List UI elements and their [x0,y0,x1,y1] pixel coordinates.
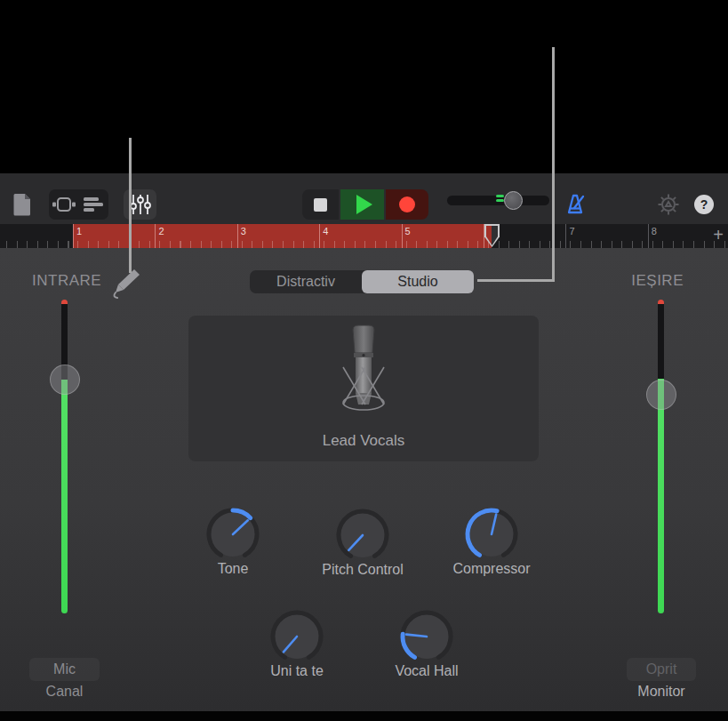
pitch-control-knob-label: Pitch Control [292,562,434,578]
metronome-button[interactable] [560,189,590,220]
tracks-view-icon [83,196,104,212]
add-bars-button[interactable]: + [713,225,724,245]
monitor-label: Monitor [618,684,705,700]
meter-level [61,380,68,613]
transport-controls [302,189,428,220]
stop-button[interactable] [302,189,339,220]
knob-graphic [268,608,325,665]
ruler-bar-number: 5 [405,226,411,236]
view-mode-segmented-control: Distractiv Studio [250,270,474,293]
ruler-bar-number: 7 [569,226,574,236]
ruler-bar-number: 8 [652,226,657,236]
record-button[interactable] [386,189,428,220]
documents-button[interactable] [5,189,39,220]
document-icon [13,193,32,216]
bottom-edge [0,711,728,721]
pitch-control-knob[interactable] [334,507,391,564]
volume-slider-thumb[interactable] [504,191,523,210]
play-button[interactable] [340,189,384,220]
input-edit-pencil-icon[interactable] [110,259,146,301]
channel-label: Canal [29,684,100,700]
compressor-knob[interactable] [463,506,520,563]
meter-level [658,379,664,613]
volume-level-icon [496,195,504,202]
output-label: IEȘIRE [631,272,684,290]
meter-track [658,304,664,379]
output-level-meter [658,300,664,613]
vocal-hall-knob[interactable] [398,608,455,665]
input-fader-handle[interactable] [50,365,80,395]
compressor-knob-label: Compressor [420,561,563,577]
gear-icon [657,193,680,216]
stop-icon [314,198,327,212]
view-option-fun[interactable]: Distractiv [250,270,362,293]
view-toggle-group [49,189,108,220]
knob-graphic [204,506,261,563]
knob-graphic [463,506,520,563]
input-level-meter [61,300,68,613]
toolbar: ? [0,173,728,224]
master-volume-slider[interactable] [447,196,549,205]
tone-knob[interactable] [204,506,261,563]
song-view-icon [52,196,76,212]
patch-panel[interactable]: Lead Vocals [188,316,539,461]
tracks-view-button[interactable] [79,189,108,220]
channel-source-button[interactable]: Mic [29,658,100,681]
output-fader-handle[interactable] [646,380,676,410]
microphone-image [321,323,406,428]
knob-graphic [334,507,391,564]
play-icon [356,195,372,214]
knob-graphic [398,608,455,665]
vocal-hall-knob-label: Vocal Hall [356,663,498,679]
unitate-knob-label: Uni ta te [226,663,368,679]
sliders-icon [130,194,151,215]
unitate-knob[interactable] [268,608,325,665]
input-label: INTRARE [32,272,101,290]
ruler-bar-number: 1 [76,226,82,236]
ruler-ticks [0,241,728,248]
callout-line-studio-vertical [552,47,555,282]
ruler-bar-number: 4 [323,226,328,236]
song-view-button[interactable] [50,189,79,220]
ruler-bar-number: 3 [241,226,246,236]
metronome-icon [564,194,587,215]
app-window: ? 12345678 + INTRARE Distractiv Studio I… [0,0,728,721]
view-option-studio[interactable]: Studio [362,270,474,293]
ruler-bar-number: 2 [158,226,164,236]
record-icon [399,196,415,212]
monitor-toggle-button[interactable]: Oprit [627,658,696,681]
callout-line-studio-horizontal [477,279,555,282]
settings-button[interactable] [654,189,683,220]
help-button[interactable]: ? [694,195,714,214]
track-controls-panel: INTRARE Distractiv Studio IEȘIRE [0,248,728,711]
timeline-ruler[interactable]: 12345678 + [0,224,728,248]
tone-knob-label: Tone [162,561,304,577]
callout-line-input-icon [129,138,132,273]
patch-name: Lead Vocals [188,432,539,450]
